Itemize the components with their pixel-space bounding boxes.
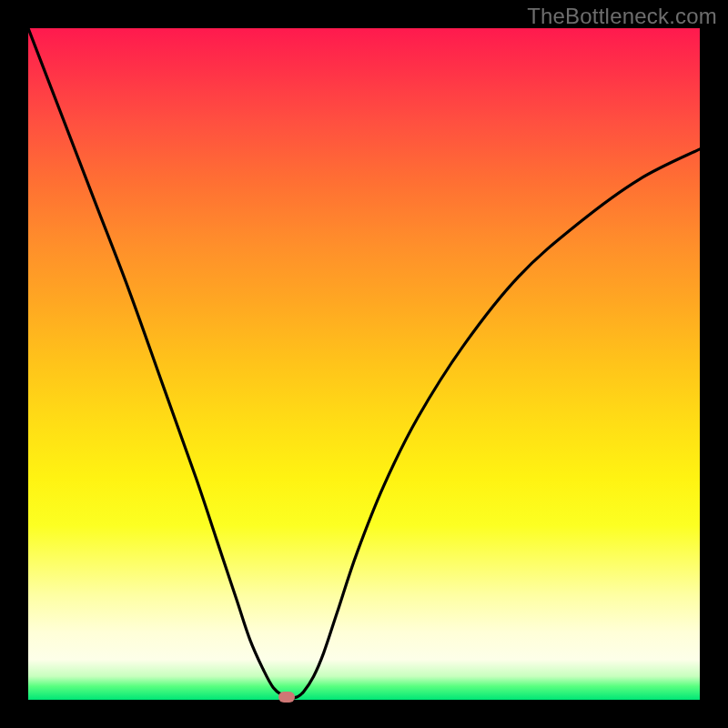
plot-area [28,28,700,700]
chart-frame: TheBottleneck.com [0,0,728,728]
optimal-point-marker [278,692,295,703]
bottleneck-curve-path [28,28,700,698]
watermark-text: TheBottleneck.com [527,4,717,29]
curve-svg [28,28,700,700]
